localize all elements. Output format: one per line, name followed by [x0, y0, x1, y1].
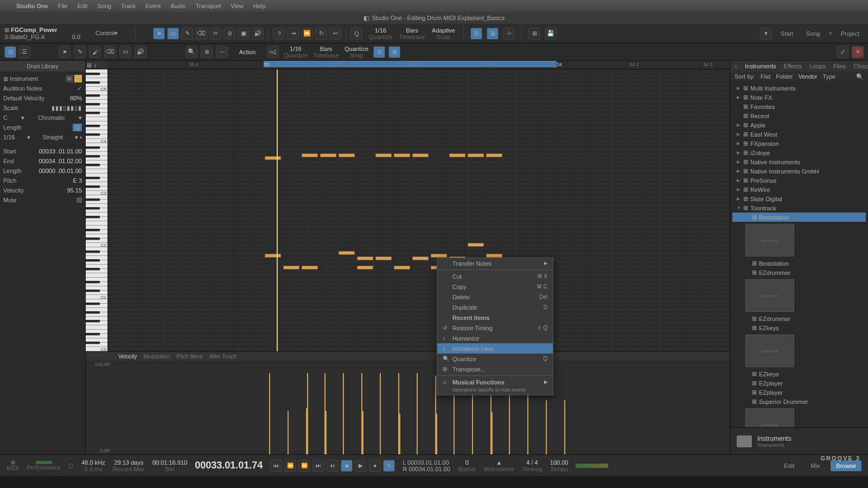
tab-files[interactable]: Files: [829, 63, 850, 69]
length-detail-row[interactable]: Length00000 .00.01.00: [3, 166, 82, 176]
ed-action-dropdown[interactable]: Action: [231, 49, 264, 55]
velocity-bar[interactable]: [362, 411, 363, 454]
tree-item[interactable]: ⊞EZkeys: [732, 369, 866, 378]
ctx-duplicate[interactable]: DuplicateD: [437, 302, 553, 312]
ctx-restore-timing[interactable]: ↺Restore Timing⇧ Q: [437, 323, 553, 333]
midi-note[interactable]: [339, 251, 355, 255]
mute-tool-button[interactable]: ⊘: [224, 28, 235, 40]
tree-item[interactable]: ▶⊞Slate Digital: [732, 194, 866, 203]
knife-tool-button[interactable]: ✂: [209, 28, 221, 40]
midi-note[interactable]: [486, 254, 502, 258]
velocity-bar[interactable]: [399, 414, 400, 454]
menu-file[interactable]: File: [58, 3, 68, 9]
note-velocity-row[interactable]: Velocity95.15: [3, 185, 82, 195]
ctx-cut[interactable]: Cut⌘ X: [437, 271, 553, 281]
tree-item[interactable]: ▶⊞East West: [732, 130, 866, 139]
tab-effects[interactable]: Effects: [780, 63, 805, 69]
start-page-link[interactable]: Start: [776, 30, 797, 37]
help-button[interactable]: ?: [273, 28, 285, 40]
velocity-bars[interactable]: [112, 361, 730, 454]
menu-help[interactable]: Help: [253, 3, 266, 9]
ed-expand-button[interactable]: ⤢: [837, 46, 848, 58]
ed-aq-button[interactable]: AQ: [267, 46, 279, 58]
ctx-humanize[interactable]: ♪Humanize: [437, 333, 553, 343]
velocity-bar[interactable]: [269, 373, 270, 454]
back-button[interactable]: ⏪: [284, 460, 296, 472]
midi-note[interactable]: [339, 153, 355, 157]
scroll-button[interactable]: ⏩: [301, 28, 313, 40]
pencil-tool-button[interactable]: ✎: [181, 28, 193, 40]
ed-snap-btn2[interactable]: ⊞: [388, 46, 400, 58]
length-val-row[interactable]: 1/16▾Straight▾ •: [3, 132, 82, 142]
sort-vendor[interactable]: Vendor: [798, 73, 817, 80]
app-menu[interactable]: Studio One: [16, 3, 48, 9]
ctx-delete[interactable]: DeleteDel: [437, 292, 553, 302]
velocity-bar[interactable]: [307, 373, 308, 454]
loop-button[interactable]: ↻: [315, 28, 327, 40]
ed-snap-btn1[interactable]: ⊟: [373, 46, 385, 58]
ctx-copy[interactable]: Copy⌘ C: [437, 281, 553, 292]
tree-item[interactable]: ⊞Superior Drummer: [732, 397, 866, 406]
tree-item[interactable]: ⊞Favorites: [732, 102, 866, 111]
ed-pencil-tool[interactable]: ✎: [74, 46, 86, 58]
snap-value[interactable]: AdaptiveSnap: [430, 27, 457, 40]
note-grid[interactable]: [107, 69, 730, 351]
timebase-value[interactable]: BarsTimebase: [398, 27, 425, 40]
ed-zoom-button[interactable]: ⊕: [201, 46, 213, 58]
pitchbend-tab[interactable]: Pitch Bend: [176, 354, 202, 359]
menu-view[interactable]: View: [231, 3, 244, 9]
ed-timebase[interactable]: BarsTimebase: [312, 46, 340, 59]
position-display[interactable]: 00033.01.01.74: [195, 460, 263, 471]
midi-note[interactable]: [265, 156, 281, 160]
browser-home-icon[interactable]: ⌂: [730, 63, 741, 69]
velocity-bar[interactable]: [343, 373, 344, 454]
key-mode-row[interactable]: C▾Chromatic▾: [3, 113, 82, 123]
loop-toggle-button[interactable]: ↻: [383, 460, 395, 472]
tree-item[interactable]: ▶⊞Multi Instruments: [732, 84, 866, 93]
arrow-tool-button[interactable]: ➤: [153, 28, 165, 40]
velocity-bar[interactable]: [492, 412, 493, 454]
tree-item[interactable]: ⊞EZdrummer: [732, 314, 866, 323]
range-tool-button[interactable]: ▭: [167, 28, 179, 40]
tree-item[interactable]: ⊞EZkeys: [732, 323, 866, 332]
project-page-link[interactable]: Project: [837, 30, 864, 37]
loop-range-display[interactable]: L 00033.01.01.00 R 00034.01.01.00: [403, 459, 450, 472]
midi-note[interactable]: [412, 256, 429, 260]
tree-item[interactable]: ▶⊞FXpansion: [732, 139, 866, 148]
ed-quantize[interactable]: 1/16Quantize: [282, 46, 309, 59]
listen-tool-button[interactable]: 🔊: [252, 28, 264, 40]
sort-flat[interactable]: Flat: [761, 73, 770, 80]
midi-note[interactable]: [320, 153, 336, 157]
midi-note[interactable]: [468, 153, 484, 157]
ctx-quantize[interactable]: 🔍QuantizeQ: [437, 354, 553, 364]
ffwd-button[interactable]: ⏭: [312, 460, 324, 472]
mute-button[interactable]: M: [66, 75, 73, 82]
midi-note[interactable]: [431, 254, 447, 258]
midi-note[interactable]: [486, 153, 502, 157]
inspector-toggle[interactable]: ⊟: [4, 46, 16, 58]
snap-toggle-3[interactable]: ⊹: [503, 28, 515, 40]
scale-row[interactable]: Scale▮▮▮▯▮▮▯▮: [3, 103, 82, 113]
midi-note[interactable]: [375, 256, 392, 260]
velocity-bar[interactable]: [436, 414, 437, 454]
ctx-transpose[interactable]: ⊞Transpose...: [437, 364, 553, 374]
forward-button[interactable]: ⏩: [298, 460, 310, 472]
ed-close-button[interactable]: ✕: [852, 46, 864, 58]
midi-note[interactable]: [283, 266, 299, 269]
control-dropdown[interactable]: Control ▾: [85, 30, 129, 37]
midi-note[interactable]: [375, 153, 392, 157]
drum-library-header[interactable]: Drum Library: [0, 61, 85, 72]
midi-note[interactable]: [449, 153, 465, 157]
length-header-row[interactable]: LengthQ: [3, 123, 82, 132]
sort-type[interactable]: Type: [822, 73, 835, 80]
quantize-value[interactable]: 1/16Quantize: [367, 27, 394, 40]
ctx-transfer-notes[interactable]: Transfer Notes▶: [437, 258, 553, 268]
return-button[interactable]: ↩: [329, 28, 341, 40]
menu-audio[interactable]: Audio: [170, 3, 186, 9]
menu-track[interactable]: Track: [121, 3, 136, 9]
plugin-thumbnail[interactable]: [preview]: [745, 224, 794, 256]
tree-item[interactable]: ⊞Recent: [732, 111, 866, 120]
midi-note[interactable]: [357, 266, 373, 269]
tree-item[interactable]: ▶⊞iZotope: [732, 148, 866, 157]
midi-note[interactable]: [412, 153, 429, 157]
